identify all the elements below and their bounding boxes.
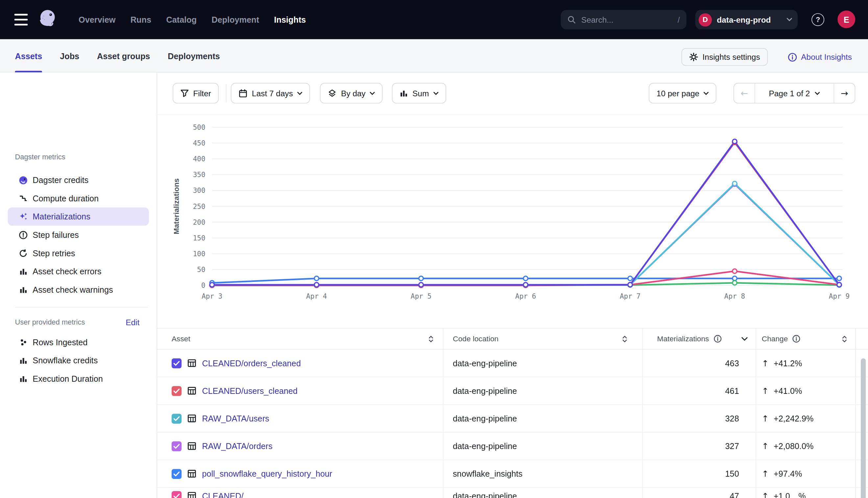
info-icon[interactable] — [714, 335, 722, 343]
search-input[interactable] — [580, 15, 673, 25]
date-range-dropdown[interactable]: Last 7 days — [231, 83, 310, 104]
data-point[interactable] — [523, 283, 528, 287]
sidebar-item-snowflake-credits[interactable]: Snowflake credits — [8, 351, 149, 369]
sidebar-item-compute-duration[interactable]: Compute duration — [8, 189, 149, 208]
tab-deployments[interactable]: Deployments — [168, 39, 220, 73]
about-insights-link[interactable]: About Insights — [788, 48, 852, 66]
data-point[interactable] — [732, 181, 737, 186]
sort-icon[interactable] — [621, 335, 628, 343]
sidebar-item-materializations[interactable]: Materializations — [8, 207, 149, 226]
y-tick-label: 0 — [201, 281, 205, 289]
sidebar-item-step-failures[interactable]: Step failures — [8, 226, 149, 244]
bar-chart-icon — [400, 89, 408, 97]
scrollbar-thumb[interactable] — [861, 358, 866, 498]
prev-page-button[interactable]: ← — [734, 83, 755, 103]
menu-icon[interactable] — [14, 14, 28, 25]
data-point[interactable] — [419, 283, 423, 287]
sort-icon[interactable] — [841, 335, 848, 343]
column-header-change[interactable]: Change — [755, 328, 855, 349]
sidebar-item-label: Asset check errors — [33, 267, 101, 276]
aggregation-dropdown[interactable]: Sum — [392, 83, 446, 104]
toolbar-divider — [226, 84, 227, 103]
sort-desc-icon[interactable] — [741, 337, 748, 341]
dagster-logo-icon — [19, 176, 28, 185]
trend-up-icon: ↑ — [762, 414, 769, 423]
row-checkbox[interactable] — [171, 358, 181, 368]
next-page-button[interactable]: → — [834, 83, 855, 103]
data-point[interactable] — [732, 276, 737, 280]
asset-link[interactable]: CLEANED/users_cleaned — [202, 386, 298, 395]
trend-up-icon: ↑ — [762, 386, 769, 395]
data-point[interactable] — [732, 139, 737, 144]
info-icon[interactable] — [792, 335, 801, 343]
data-point[interactable] — [314, 276, 319, 280]
data-point[interactable] — [628, 276, 632, 280]
top-nav-items: OverviewRunsCatalogDeploymentInsights — [79, 0, 306, 39]
tab-jobs[interactable]: Jobs — [60, 39, 79, 73]
data-point[interactable] — [628, 283, 632, 287]
dagster-metrics-list: Dagster creditsCompute durationMateriali… — [8, 171, 149, 299]
x-tick-label: Apr 7 — [620, 292, 640, 300]
data-point[interactable] — [837, 276, 841, 280]
deployment-switcher[interactable]: D data-eng-prod — [695, 10, 797, 29]
sidebar-item-dagster-credits[interactable]: Dagster credits — [8, 171, 149, 189]
table-row: CLEANED/orders_cleaneddata-eng-pipeline4… — [156, 350, 868, 377]
steps-icon — [19, 194, 28, 203]
data-point[interactable] — [210, 283, 214, 287]
code-location-cell: data-eng-pipeline — [443, 433, 642, 460]
data-point[interactable] — [523, 276, 528, 280]
nav-item-runs[interactable]: Runs — [130, 15, 151, 24]
page-label: Page 1 of 2 — [769, 89, 810, 97]
nav-item-insights[interactable]: Insights — [274, 15, 306, 24]
asset-link[interactable]: poll_snowflake_query_history_hour — [202, 469, 332, 479]
sidebar-item-asset-check-errors[interactable]: Asset check errors — [8, 262, 149, 280]
insights-settings-button[interactable]: Insights settings — [681, 48, 768, 66]
data-point[interactable] — [837, 283, 841, 287]
asset-link[interactable]: CLEANED/orders_cleaned — [202, 358, 301, 368]
per-page-dropdown[interactable]: 10 per page — [649, 83, 716, 104]
layers-icon — [328, 89, 337, 97]
content-divider — [156, 115, 868, 115]
insights-page: OverviewRunsCatalogDeploymentInsights / … — [0, 0, 868, 498]
sidebar-item-rows-ingested[interactable]: Rows Ingested — [8, 333, 149, 352]
column-header-asset[interactable]: Asset — [156, 328, 443, 349]
bar-chart-icon — [19, 356, 28, 365]
sidebar-item-step-retries[interactable]: Step retries — [8, 244, 149, 262]
nav-item-overview[interactable]: Overview — [79, 15, 115, 24]
row-checkbox[interactable] — [171, 469, 181, 479]
help-icon[interactable]: ? — [812, 13, 824, 26]
table-header: AssetCode locationMaterializationsChange — [156, 328, 868, 350]
edit-metrics-link[interactable]: Edit — [126, 318, 139, 327]
row-checkbox[interactable] — [171, 386, 181, 395]
row-checkbox[interactable] — [171, 491, 181, 498]
asset-link[interactable]: RAW_DATA/users — [202, 414, 269, 423]
column-label: Change — [762, 335, 788, 343]
column-header-materializations[interactable]: Materializations — [642, 328, 755, 349]
asset-link[interactable]: RAW_DATA/orders — [202, 442, 272, 451]
tab-asset-groups[interactable]: Asset groups — [97, 39, 150, 73]
data-point[interactable] — [314, 283, 319, 287]
sidebar-item-execution-duration[interactable]: Execution Duration — [8, 369, 149, 388]
filter-button[interactable]: Filter — [173, 83, 219, 104]
search-box[interactable]: / — [561, 10, 687, 29]
sidebar-item-label: Rows Ingested — [33, 337, 88, 347]
sort-icon[interactable] — [427, 335, 435, 343]
change-cell: ↑+41.2% — [755, 350, 855, 377]
avatar[interactable]: E — [838, 11, 855, 28]
data-point[interactable] — [732, 280, 737, 285]
tab-assets[interactable]: Assets — [15, 39, 42, 73]
column-header-code-location[interactable]: Code location — [443, 328, 642, 349]
nav-item-catalog[interactable]: Catalog — [166, 15, 196, 24]
y-tick-label: 100 — [193, 250, 205, 258]
page-selector[interactable]: Page 1 of 2 — [755, 83, 834, 103]
row-checkbox[interactable] — [171, 414, 181, 423]
sidebar-item-asset-check-warnings[interactable]: Asset check warnings — [8, 280, 149, 299]
dagster-logo-icon[interactable] — [36, 6, 60, 31]
row-checkbox[interactable] — [171, 441, 181, 451]
nav-item-deployment[interactable]: Deployment — [212, 15, 259, 24]
granularity-dropdown[interactable]: By day — [320, 83, 383, 104]
data-point[interactable] — [419, 276, 423, 280]
series-line-cleaned-orders-cleaned — [212, 142, 839, 285]
asset-link[interactable]: CLEANED/… — [202, 491, 252, 498]
data-point[interactable] — [732, 269, 737, 273]
